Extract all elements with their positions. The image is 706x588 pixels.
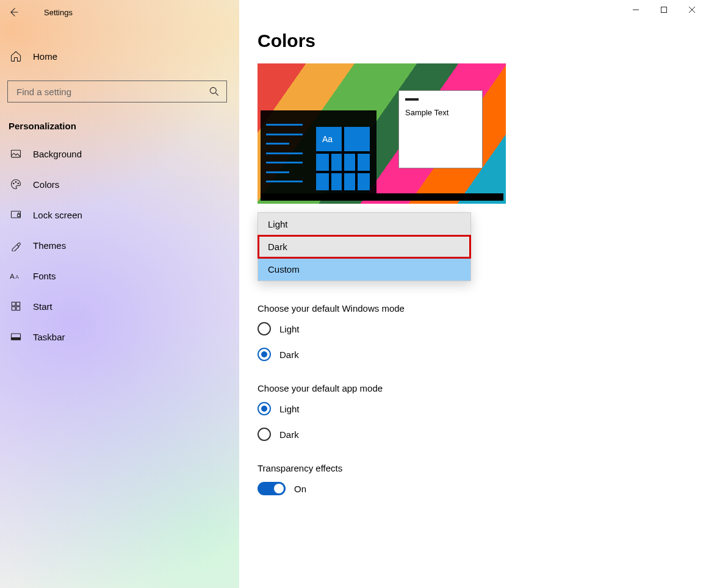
svg-rect-1 (12, 150, 21, 157)
preview-sample-text: Sample Text (405, 108, 476, 117)
svg-rect-10 (16, 302, 20, 306)
taskbar-icon (10, 331, 22, 343)
window-title: Settings (27, 8, 73, 17)
nav-start[interactable]: Start (0, 291, 239, 321)
radio-label: Dark (279, 429, 299, 440)
nav-label: Colors (33, 179, 59, 190)
palette-icon (10, 178, 22, 190)
radio-icon (258, 402, 271, 415)
start-icon (10, 300, 22, 312)
transparency-toggle[interactable] (258, 482, 286, 495)
svg-rect-14 (12, 338, 21, 340)
preview-start-list (266, 124, 303, 182)
radio-icon (258, 322, 271, 335)
nav-label: Taskbar (33, 332, 65, 342)
preview-sample-window: Sample Text (398, 90, 483, 168)
picture-icon (10, 148, 22, 160)
svg-rect-12 (16, 307, 20, 310)
svg-rect-11 (12, 307, 15, 310)
svg-point-0 (210, 87, 216, 93)
svg-point-4 (18, 183, 19, 184)
radio-icon (258, 428, 271, 441)
home-icon (10, 50, 22, 62)
sidebar: Settings Home Personalization Background… (0, 0, 239, 588)
windows-mode-dark[interactable]: Dark (258, 348, 706, 361)
preview-thumbnail: Aa Sample Text (258, 63, 506, 204)
svg-rect-6 (18, 214, 20, 217)
lockscreen-icon (10, 209, 22, 221)
nav-label: Start (33, 301, 52, 312)
windows-mode-heading: Choose your default Windows mode (258, 303, 706, 314)
arrow-left-icon (7, 6, 20, 18)
back-button[interactable] (0, 0, 27, 24)
search-icon (208, 85, 220, 98)
dropdown-option-light[interactable]: Light (258, 213, 470, 235)
svg-rect-9 (12, 302, 15, 306)
search-input[interactable] (16, 87, 208, 97)
nav-lockscreen[interactable]: Lock screen (0, 199, 239, 230)
titlebar: Settings (0, 0, 239, 24)
content: Colors Aa Sample Text Light Dark Custom … (239, 0, 706, 588)
dropdown-option-custom[interactable]: Custom (258, 258, 470, 281)
app-mode-heading: Choose your default app mode (258, 383, 706, 393)
svg-point-2 (13, 183, 14, 184)
fonts-icon: AA (10, 270, 22, 282)
svg-point-3 (15, 181, 16, 182)
transparency-heading: Transparency effects (258, 463, 706, 473)
section-title: Personalization (9, 121, 239, 131)
windows-mode-light[interactable]: Light (258, 322, 706, 335)
preview-tiles: Aa (316, 127, 370, 190)
svg-text:A: A (15, 274, 19, 280)
transparency-row: On (258, 482, 706, 495)
nav-label: Themes (33, 240, 66, 251)
dropdown-option-dark[interactable]: Dark (258, 235, 470, 258)
app-mode-light[interactable]: Light (258, 402, 706, 415)
themes-icon (10, 239, 22, 251)
nav-label: Fonts (33, 271, 56, 281)
nav-label: Lock screen (33, 210, 82, 220)
radio-label: Dark (279, 350, 299, 360)
nav-label: Background (33, 149, 82, 159)
nav-themes[interactable]: Themes (0, 230, 239, 260)
svg-text:A: A (10, 272, 15, 280)
nav-fonts[interactable]: AA Fonts (0, 260, 239, 291)
nav-home-label: Home (33, 51, 57, 62)
preview-aa: Aa (322, 134, 333, 144)
nav-colors[interactable]: Colors (0, 169, 239, 199)
app-mode-dark[interactable]: Dark (258, 428, 706, 441)
radio-label: Light (279, 324, 300, 334)
radio-label: Light (279, 404, 300, 414)
search-box[interactable] (7, 81, 227, 102)
nav-taskbar[interactable]: Taskbar (0, 321, 239, 352)
color-mode-dropdown[interactable]: Light Dark Custom (258, 212, 471, 281)
nav-background[interactable]: Background (0, 138, 239, 169)
nav-home[interactable]: Home (0, 43, 239, 70)
radio-icon (258, 348, 271, 361)
preview-accent-bar (405, 98, 419, 101)
transparency-state: On (294, 484, 306, 494)
page-title: Colors (258, 30, 706, 51)
